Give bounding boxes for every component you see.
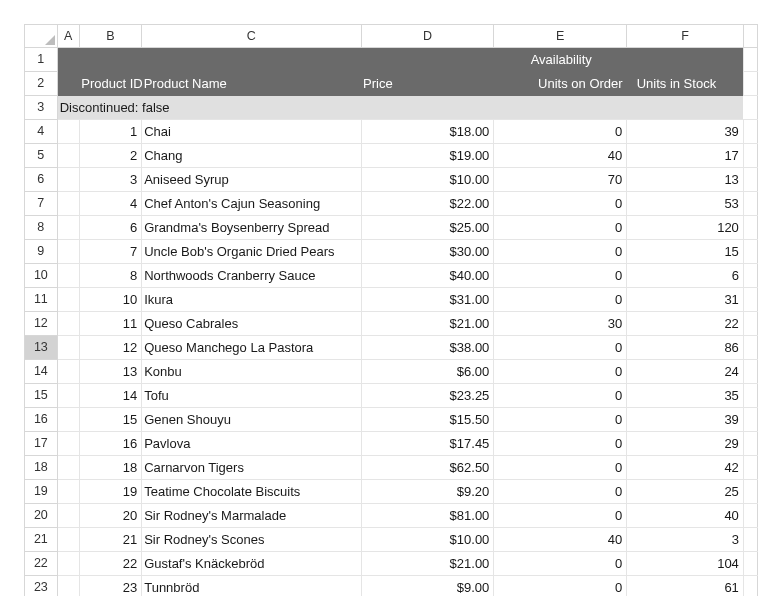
units-in-stock-cell[interactable]: 17 (627, 144, 744, 168)
cell[interactable] (57, 48, 79, 72)
units-in-stock-cell[interactable]: 13 (627, 168, 744, 192)
product-name-cell[interactable]: Tofu (142, 384, 361, 408)
price-cell[interactable]: $22.00 (361, 192, 494, 216)
price-cell[interactable]: $18.00 (361, 120, 494, 144)
product-name-cell[interactable]: Konbu (142, 360, 361, 384)
cell[interactable] (57, 312, 79, 336)
units-on-order-cell[interactable]: 0 (494, 192, 627, 216)
units-in-stock-cell[interactable]: 120 (627, 216, 744, 240)
units-on-order-cell[interactable]: 30 (494, 312, 627, 336)
row-header[interactable]: 20 (25, 504, 57, 528)
product-name-header[interactable]: Product Name (142, 72, 361, 96)
price-header[interactable]: Price (361, 72, 494, 96)
units-in-stock-cell[interactable]: 40 (627, 504, 744, 528)
select-all-corner[interactable] (25, 25, 57, 48)
product-name-cell[interactable]: Sir Rodney's Marmalade (142, 504, 361, 528)
price-cell[interactable]: $10.00 (361, 528, 494, 552)
product-id-cell[interactable]: 8 (79, 264, 141, 288)
cell[interactable] (743, 192, 757, 216)
units-in-stock-cell[interactable]: 6 (627, 264, 744, 288)
cell[interactable] (743, 456, 757, 480)
cell[interactable] (743, 288, 757, 312)
cell[interactable] (57, 72, 79, 96)
units-on-order-cell[interactable]: 0 (494, 216, 627, 240)
col-header-E[interactable]: E (494, 25, 627, 48)
cell[interactable] (743, 432, 757, 456)
row-header[interactable]: 1 (25, 48, 57, 72)
product-id-cell[interactable]: 2 (79, 144, 141, 168)
row-header[interactable]: 10 (25, 264, 57, 288)
product-name-cell[interactable]: Grandma's Boysenberry Spread (142, 216, 361, 240)
product-id-cell[interactable]: 13 (79, 360, 141, 384)
product-id-cell[interactable]: 10 (79, 288, 141, 312)
price-cell[interactable]: $19.00 (361, 144, 494, 168)
cell[interactable] (79, 48, 141, 72)
product-name-cell[interactable]: Northwoods Cranberry Sauce (142, 264, 361, 288)
product-id-cell[interactable]: 19 (79, 480, 141, 504)
units-in-stock-cell[interactable]: 61 (627, 576, 744, 597)
price-cell[interactable]: $81.00 (361, 504, 494, 528)
price-cell[interactable]: $23.25 (361, 384, 494, 408)
units-on-order-cell[interactable]: 0 (494, 360, 627, 384)
cell[interactable] (57, 456, 79, 480)
cell[interactable] (57, 144, 79, 168)
product-id-cell[interactable]: 4 (79, 192, 141, 216)
row-header[interactable]: 17 (25, 432, 57, 456)
cell[interactable] (57, 216, 79, 240)
cell[interactable] (57, 120, 79, 144)
col-header-D[interactable]: D (361, 25, 494, 48)
product-id-cell[interactable]: 7 (79, 240, 141, 264)
cell[interactable] (743, 360, 757, 384)
row-header[interactable]: 11 (25, 288, 57, 312)
product-name-cell[interactable]: Carnarvon Tigers (142, 456, 361, 480)
cell[interactable] (361, 48, 494, 72)
product-name-cell[interactable]: Pavlova (142, 432, 361, 456)
price-cell[interactable]: $38.00 (361, 336, 494, 360)
spreadsheet-grid[interactable]: A B C D E F 1 Availability 2 Product ID … (24, 24, 758, 596)
price-cell[interactable]: $9.00 (361, 576, 494, 597)
product-id-cell[interactable]: 6 (79, 216, 141, 240)
cell[interactable] (57, 528, 79, 552)
cell[interactable] (57, 168, 79, 192)
row-header[interactable]: 21 (25, 528, 57, 552)
product-name-cell[interactable]: Aniseed Syrup (142, 168, 361, 192)
row-header[interactable]: 19 (25, 480, 57, 504)
col-header-extra[interactable] (743, 25, 757, 48)
cell[interactable] (743, 264, 757, 288)
units-on-order-cell[interactable]: 40 (494, 528, 627, 552)
cell[interactable] (57, 264, 79, 288)
product-name-cell[interactable]: Chang (142, 144, 361, 168)
price-cell[interactable]: $62.50 (361, 456, 494, 480)
product-name-cell[interactable]: Sir Rodney's Scones (142, 528, 361, 552)
units-in-stock-cell[interactable]: 22 (627, 312, 744, 336)
cell[interactable] (57, 192, 79, 216)
row-header[interactable]: 14 (25, 360, 57, 384)
units-in-stock-cell[interactable]: 35 (627, 384, 744, 408)
units-in-stock-cell[interactable]: 15 (627, 240, 744, 264)
row-header[interactable]: 18 (25, 456, 57, 480)
product-name-cell[interactable]: Chai (142, 120, 361, 144)
price-cell[interactable]: $31.00 (361, 288, 494, 312)
product-id-cell[interactable]: 16 (79, 432, 141, 456)
row-header[interactable]: 8 (25, 216, 57, 240)
product-name-cell[interactable]: Uncle Bob's Organic Dried Pears (142, 240, 361, 264)
cell[interactable] (743, 120, 757, 144)
units-on-order-header[interactable]: Units on Order (494, 72, 627, 96)
units-on-order-cell[interactable]: 0 (494, 480, 627, 504)
product-name-cell[interactable]: Queso Manchego La Pastora (142, 336, 361, 360)
product-id-cell[interactable]: 3 (79, 168, 141, 192)
product-name-cell[interactable]: Queso Cabrales (142, 312, 361, 336)
price-cell[interactable]: $17.45 (361, 432, 494, 456)
row-header[interactable]: 23 (25, 576, 57, 597)
units-in-stock-header[interactable]: Units in Stock (627, 72, 744, 96)
row-header[interactable]: 16 (25, 408, 57, 432)
row-header[interactable]: 3 (25, 96, 57, 120)
price-cell[interactable]: $21.00 (361, 552, 494, 576)
cell[interactable] (57, 480, 79, 504)
price-cell[interactable]: $40.00 (361, 264, 494, 288)
col-header-B[interactable]: B (79, 25, 141, 48)
col-header-A[interactable]: A (57, 25, 79, 48)
product-name-cell[interactable]: Chef Anton's Cajun Seasoning (142, 192, 361, 216)
product-name-cell[interactable]: Genen Shouyu (142, 408, 361, 432)
units-on-order-cell[interactable]: 0 (494, 120, 627, 144)
